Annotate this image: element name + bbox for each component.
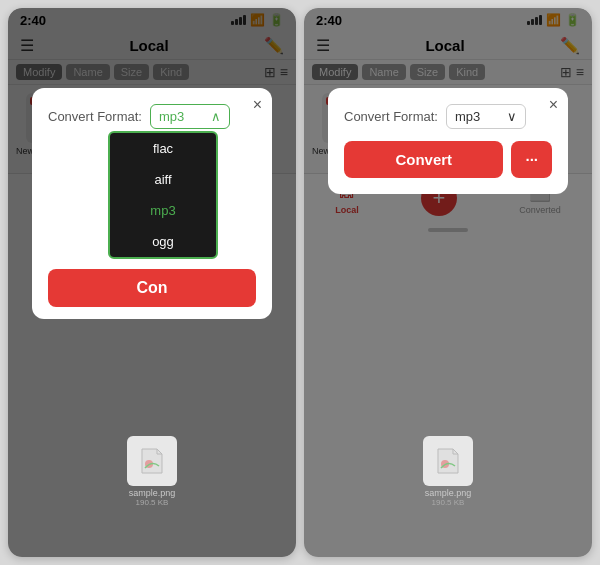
close-button-left[interactable]: × xyxy=(253,96,262,114)
format-value-right: mp3 xyxy=(455,109,480,124)
format-label-left: Convert Format: xyxy=(48,109,142,124)
format-dropdown-left[interactable]: flac aiff mp3 ogg xyxy=(108,131,218,259)
format-row-right: Convert Format: mp3 ∨ xyxy=(344,104,552,129)
format-value-left: mp3 xyxy=(159,109,184,124)
format-row-left: Convert Format: mp3 ∧ xyxy=(48,104,256,129)
format-select-right[interactable]: mp3 ∨ xyxy=(446,104,526,129)
phone-left: 2:40 📶 🔋 ☰ Local ✏️ Modify Name Size xyxy=(8,8,296,557)
convert-button-right[interactable]: Convert xyxy=(344,141,503,178)
app-container: 2:40 📶 🔋 ☰ Local ✏️ Modify Name Size xyxy=(0,0,600,565)
sample-file-left: sample.png 190.5 KB xyxy=(127,436,177,507)
modal-overlay-right: × Convert Format: mp3 ∨ Convert ··· xyxy=(304,8,592,557)
dropdown-item-ogg[interactable]: ogg xyxy=(110,226,216,257)
sample-size-right: 190.5 KB xyxy=(432,498,465,507)
sample-thumb-right xyxy=(423,436,473,486)
sample-name-right: sample.png xyxy=(425,488,472,498)
convert-button-left[interactable]: Con xyxy=(48,269,256,307)
sample-size-left: 190.5 KB xyxy=(136,498,169,507)
dropdown-item-aiff[interactable]: aiff xyxy=(110,164,216,195)
convert-modal-right: × Convert Format: mp3 ∨ Convert ··· xyxy=(328,88,568,194)
sample-name-left: sample.png xyxy=(129,488,176,498)
format-select-left[interactable]: mp3 ∧ xyxy=(150,104,230,129)
modal-overlay-left: × Convert Format: mp3 ∧ flac aiff mp3 og… xyxy=(8,8,296,557)
sample-thumb-left xyxy=(127,436,177,486)
phone-right: 2:40 📶 🔋 ☰ Local ✏️ Modify Name Size xyxy=(304,8,592,557)
close-button-right[interactable]: × xyxy=(549,96,558,114)
chevron-down-icon-right: ∨ xyxy=(507,109,517,124)
sample-file-right: sample.png 190.5 KB xyxy=(423,436,473,507)
chevron-down-icon: ∧ xyxy=(211,109,221,124)
more-button-right[interactable]: ··· xyxy=(511,141,552,178)
format-label-right: Convert Format: xyxy=(344,109,438,124)
convert-modal-left: × Convert Format: mp3 ∧ flac aiff mp3 og… xyxy=(32,88,272,319)
dropdown-item-flac[interactable]: flac xyxy=(110,133,216,164)
modal-buttons-right: Convert ··· xyxy=(344,141,552,178)
dropdown-item-mp3[interactable]: mp3 xyxy=(110,195,216,226)
